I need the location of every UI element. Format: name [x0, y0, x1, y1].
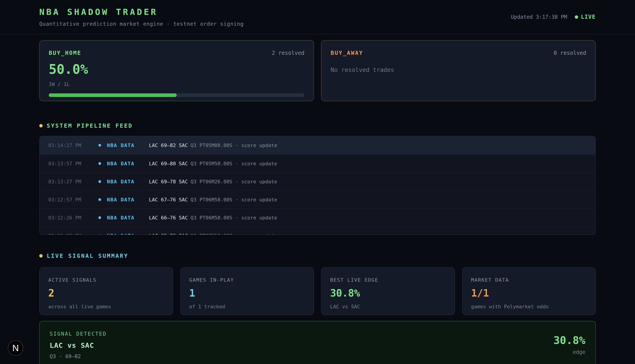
live-status-badge: LIVE — [581, 14, 596, 20]
app-title: NBA SHADOW TRADER — [39, 7, 244, 17]
signal-label: SIGNAL DETECTED — [50, 331, 107, 337]
feed-source: NBA DATA — [107, 197, 143, 202]
edge-label: edge — [553, 349, 585, 355]
feed-message: LAC 69–80 SACQ3 PT05M50.00S · score upda… — [149, 161, 277, 166]
win-rate-progress-fill — [49, 93, 177, 97]
section-title: LIVE SIGNAL SUMMARY — [47, 252, 128, 259]
feed-message: LAC 66–76 SACQ3 PT06M58.00S · score upda… — [149, 215, 277, 220]
feed-detail: Q3 PT05M08.00S · score update — [191, 142, 277, 148]
feed-source: NBA DATA — [107, 233, 143, 235]
nextjs-logo-icon: N — [13, 343, 19, 353]
summary-card-market-data: MARKET DATA 1/1 games with Polymarket od… — [462, 267, 596, 315]
signal-matchup: LAC vs SAC — [50, 341, 107, 349]
summary-caption: of 1 tracked — [189, 304, 305, 310]
feed-detail: Q3 PT06M26.00S · score update — [191, 179, 277, 184]
signal-detected-banner: SIGNAL DETECTED LAC vs SAC Q3 · 69–82 30… — [39, 321, 596, 364]
summary-card-active-signals: ACTIVE SIGNALS 2 across all live games — [39, 267, 173, 315]
summary-value: 1/1 — [471, 287, 587, 299]
app-header: NBA SHADOW TRADER Quantitative predictio… — [0, 0, 635, 34]
summary-label: MARKET DATA — [471, 277, 587, 283]
strategy-card-buy-away: BUY_AWAY 0 resolved No resolved trades — [321, 40, 596, 101]
live-status-dot-icon — [575, 15, 578, 19]
feed-row: 03:12:26 PM NBA DATA LAC 66–76 SACQ3 PT0… — [40, 208, 595, 226]
summary-card-games-in-play: GAMES IN-PLAY 1 of 1 tracked — [180, 267, 314, 315]
empty-state-message: No resolved trades — [331, 66, 586, 73]
signal-info: SIGNAL DETECTED LAC vs SAC Q3 · 69–82 — [50, 331, 107, 364]
feed-message: LAC 69–78 SACQ3 PT06M26.00S · score upda… — [149, 179, 277, 184]
feed-message: LAC 69–82 SACQ3 PT05M08.00S · score upda… — [149, 142, 277, 148]
feed-detail: Q3 PT06M58.00S · score update — [191, 197, 277, 202]
feed-score: LAC 67–76 SAC — [149, 197, 188, 202]
feed-row: 03:14:27 PM NBA DATA LAC 69–82 SACQ3 PT0… — [40, 136, 595, 154]
feed-row: 03:13:27 PM NBA DATA LAC 69–78 SACQ3 PT0… — [40, 172, 595, 190]
pipeline-feed-list: 03:14:27 PM NBA DATA LAC 69–82 SACQ3 PT0… — [39, 136, 596, 235]
app-subtitle: Quantitative prediction market engine · … — [39, 21, 244, 27]
source-dot-icon — [98, 198, 101, 201]
strategy-name: BUY_AWAY — [331, 50, 363, 56]
source-dot-icon — [98, 216, 101, 219]
signal-detail: Q3 · 69–82 — [50, 354, 107, 359]
feed-score: LAC 69–80 SAC — [149, 161, 188, 166]
feed-detail: Q3 PT05M50.00S · score update — [191, 161, 277, 166]
strategy-name: BUY_HOME — [49, 50, 81, 56]
section-title: SYSTEM PIPELINE FEED — [47, 122, 133, 129]
updated-timestamp: Updated 3:17:38 PM — [511, 14, 567, 20]
feed-score: LAC 65–76 SAC — [149, 233, 188, 235]
feed-score: LAC 69–78 SAC — [149, 179, 188, 184]
header-titles: NBA SHADOW TRADER Quantitative predictio… — [39, 7, 244, 27]
feed-row: 03:11:22 PM NBA DATA LAC 65–76 SACQ3 PT0… — [40, 226, 595, 235]
feed-score: LAC 66–76 SAC — [149, 215, 188, 220]
feed-source: NBA DATA — [107, 142, 143, 148]
feed-time: 03:12:57 PM — [48, 197, 98, 202]
edge-value: 30.8% — [553, 334, 585, 346]
signal-summary-section-header: LIVE SIGNAL SUMMARY — [39, 252, 596, 259]
summary-label: GAMES IN-PLAY — [189, 277, 305, 283]
feed-score: LAC 69–82 SAC — [149, 142, 188, 148]
nextjs-dev-badge-button[interactable]: N — [8, 340, 24, 356]
feed-time: 03:11:22 PM — [48, 233, 98, 235]
feed-time: 03:13:57 PM — [48, 161, 98, 166]
win-rate-value: 50.0% — [49, 62, 304, 77]
feed-time: 03:12:26 PM — [48, 215, 98, 220]
resolved-count: 2 resolved — [272, 50, 305, 56]
section-bullet-icon — [39, 254, 43, 258]
summary-caption: LAC vs SAC — [330, 304, 446, 310]
win-rate-progress-track — [49, 93, 304, 97]
feed-row: 03:13:57 PM NBA DATA LAC 69–80 SACQ3 PT0… — [40, 154, 595, 172]
feed-source: NBA DATA — [107, 215, 143, 220]
signal-edge: 30.8% edge — [553, 331, 585, 364]
feed-time: 03:13:27 PM — [48, 179, 98, 184]
feed-detail: Q3 PT07M10.00S · score update — [191, 233, 277, 235]
summary-value: 1 — [189, 287, 305, 299]
feed-row: 03:12:57 PM NBA DATA LAC 67–76 SACQ3 PT0… — [40, 190, 595, 208]
summary-cards: ACTIVE SIGNALS 2 across all live games G… — [39, 267, 596, 315]
summary-card-best-live-edge: BEST LIVE EDGE 30.8% LAC vs SAC — [321, 267, 455, 315]
win-loss-record: 1W / 1L — [49, 82, 304, 87]
summary-caption: games with Polymarket odds — [471, 304, 587, 310]
resolved-count: 0 resolved — [554, 50, 586, 56]
strategy-card-header: BUY_HOME 2 resolved — [49, 50, 304, 56]
summary-caption: across all live games — [48, 304, 164, 310]
feed-source: NBA DATA — [107, 161, 143, 166]
main-content: BUY_HOME 2 resolved 50.0% 1W / 1L BUY_AW… — [0, 40, 635, 364]
summary-value: 30.8% — [330, 287, 446, 299]
feed-detail: Q3 PT06M58.00S · score update — [191, 215, 277, 220]
source-dot-icon — [98, 162, 101, 165]
source-dot-icon — [98, 144, 101, 146]
strategy-card-buy-home: BUY_HOME 2 resolved 50.0% 1W / 1L — [39, 40, 314, 101]
feed-time: 03:14:27 PM — [48, 142, 98, 148]
pipeline-feed-section-header: SYSTEM PIPELINE FEED — [39, 122, 596, 129]
summary-label: BEST LIVE EDGE — [330, 277, 446, 283]
summary-value: 2 — [48, 287, 164, 299]
feed-message: LAC 67–76 SACQ3 PT06M58.00S · score upda… — [149, 197, 277, 202]
source-dot-icon — [98, 234, 101, 235]
source-dot-icon — [98, 180, 101, 183]
header-status: Updated 3:17:38 PM LIVE — [511, 14, 596, 20]
strategy-card-header: BUY_AWAY 0 resolved — [331, 50, 586, 56]
summary-label: ACTIVE SIGNALS — [48, 277, 164, 283]
feed-message: LAC 65–76 SACQ3 PT07M10.00S · score upda… — [149, 233, 277, 235]
strategy-cards: BUY_HOME 2 resolved 50.0% 1W / 1L BUY_AW… — [39, 40, 596, 101]
section-bullet-icon — [39, 124, 43, 128]
feed-source: NBA DATA — [107, 179, 143, 184]
